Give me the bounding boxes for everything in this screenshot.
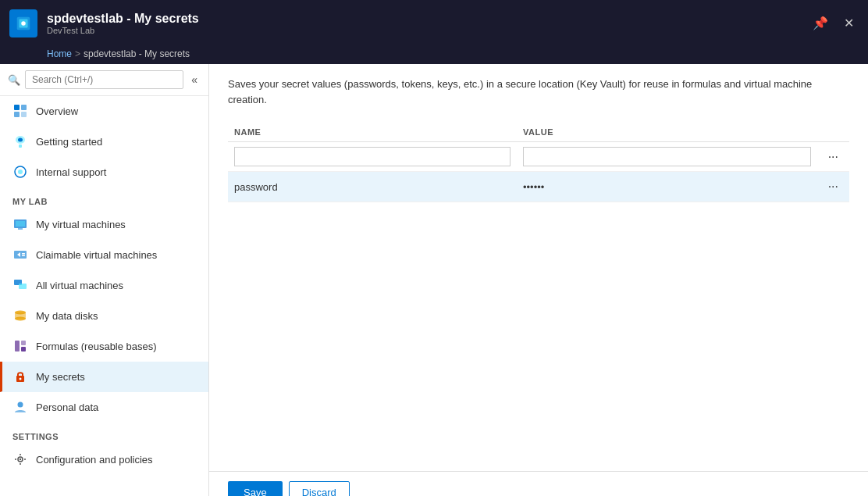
sidebar: 🔍 « Overview <box>0 64 209 496</box>
svg-point-28 <box>18 402 23 408</box>
sidebar-nav: Overview Getting started <box>0 96 208 496</box>
collapse-button[interactable]: « <box>188 72 201 87</box>
app-icon <box>9 9 37 37</box>
new-name-input[interactable] <box>234 147 510 166</box>
config-icon <box>12 451 28 467</box>
sidebar-item-internal-support[interactable]: Internal support <box>0 157 208 187</box>
svg-point-11 <box>18 169 23 174</box>
disk-icon <box>12 308 28 323</box>
new-value-input[interactable] <box>523 147 811 166</box>
main-body: Saves your secret values (passwords, tok… <box>209 64 868 471</box>
sidebar-item-data-disks-label: My data disks <box>36 310 98 322</box>
new-value-cell <box>517 142 817 172</box>
search-icon: 🔍 <box>8 74 20 86</box>
sidebar-item-getting-started[interactable]: Getting started <box>0 127 208 157</box>
secret-row-actions: ··· <box>817 172 849 202</box>
sidebar-item-my-secrets[interactable]: My secrets <box>0 362 208 392</box>
sidebar-item-getting-started-label: Getting started <box>36 136 102 148</box>
sidebar-item-personal-data[interactable]: Personal data <box>0 392 208 423</box>
app-layout: 🔍 « Overview <box>0 64 868 496</box>
svg-rect-13 <box>16 221 25 227</box>
titlebar-text: spdevtestlab - My secrets DevTest Lab <box>47 12 808 35</box>
sidebar-item-personal-data-label: Personal data <box>36 401 98 413</box>
settings-section-label: SETTINGS <box>0 423 208 444</box>
sidebar-item-overview-label: Overview <box>36 105 78 117</box>
secrets-table: NAME VALUE ··· <box>228 123 849 202</box>
svg-rect-3 <box>14 105 20 110</box>
secret-value-cell: •••••• <box>517 172 817 202</box>
pin-button[interactable]: 📌 <box>808 14 833 33</box>
formula-icon <box>12 338 28 354</box>
breadcrumb-home[interactable]: Home <box>47 48 72 59</box>
breadcrumb-separator: > <box>75 48 80 59</box>
sidebar-item-my-vms-label: My virtual machines <box>36 219 126 230</box>
sidebar-item-formulas[interactable]: Formulas (reusable bases) <box>0 331 208 362</box>
close-button[interactable]: ✕ <box>839 14 859 33</box>
svg-point-30 <box>20 459 21 460</box>
svg-point-22 <box>15 317 26 321</box>
sidebar-item-config-policies[interactable]: Configuration and policies <box>0 444 208 475</box>
sidebar-item-all-vms-label: All virtual machines <box>36 280 123 291</box>
discard-button[interactable]: Discard <box>289 481 350 496</box>
col-name-header: NAME <box>228 123 517 142</box>
sidebar-search-area: 🔍 « <box>0 64 208 96</box>
titlebar-title: spdevtestlab - My secrets <box>47 12 808 26</box>
person-icon <box>12 399 28 415</box>
support-icon <box>12 164 28 180</box>
table-row: password •••••• ··· <box>228 172 849 202</box>
main-description: Saves your secret values (passwords, tok… <box>228 77 849 107</box>
titlebar-subtitle: DevTest Lab <box>47 26 808 35</box>
svg-rect-9 <box>19 145 22 148</box>
titlebar-controls: 📌 ✕ <box>808 14 859 33</box>
all-vms-icon <box>12 277 28 293</box>
new-name-cell <box>228 142 517 172</box>
sidebar-item-data-disks[interactable]: My data disks <box>0 301 208 331</box>
sidebar-item-my-vms[interactable]: My virtual machines <box>0 209 208 240</box>
claimable-icon <box>12 247 28 262</box>
svg-rect-6 <box>21 112 27 117</box>
sidebar-item-claimable-vms-label: Claimable virtual machines <box>36 249 157 261</box>
secret-name: password <box>234 181 278 193</box>
sidebar-item-my-secrets-label: My secrets <box>36 371 85 383</box>
breadcrumb-current: spdevtestlab - My secrets <box>84 48 190 59</box>
svg-point-8 <box>18 138 23 142</box>
svg-rect-16 <box>22 253 25 255</box>
svg-rect-23 <box>15 341 20 351</box>
svg-rect-14 <box>18 228 23 230</box>
svg-rect-5 <box>14 112 20 117</box>
new-secret-row: ··· <box>228 142 849 172</box>
sidebar-item-formulas-label: Formulas (reusable bases) <box>36 341 157 352</box>
secret-name-cell: password <box>228 172 517 202</box>
vm-icon <box>12 216 28 232</box>
new-row-actions: ··· <box>817 142 849 172</box>
secret-row-more-button[interactable]: ··· <box>824 178 843 195</box>
getting-started-icon <box>12 134 28 149</box>
sidebar-item-internal-support-label: Internal support <box>36 166 106 178</box>
my-lab-section-label: MY LAB <box>0 187 208 209</box>
sidebar-item-config-policies-label: Configuration and policies <box>36 454 153 466</box>
overview-icon <box>12 103 28 119</box>
sidebar-item-all-vms[interactable]: All virtual machines <box>0 270 208 301</box>
svg-point-2 <box>21 21 26 26</box>
svg-rect-4 <box>21 105 27 110</box>
secret-value: •••••• <box>523 181 544 193</box>
col-actions-header <box>817 123 849 142</box>
secret-icon <box>12 369 28 384</box>
new-row-more-button[interactable]: ··· <box>824 148 843 166</box>
svg-rect-25 <box>21 347 26 351</box>
col-value-header: VALUE <box>517 123 817 142</box>
svg-rect-24 <box>21 341 26 345</box>
svg-rect-19 <box>19 284 27 289</box>
search-input[interactable] <box>25 70 183 89</box>
sidebar-item-claimable-vms[interactable]: Claimable virtual machines <box>0 240 208 270</box>
main-footer: Save Discard <box>209 471 868 496</box>
breadcrumb: Home > spdevtestlab - My secrets <box>0 47 868 64</box>
svg-rect-17 <box>22 255 25 257</box>
main-content: Saves your secret values (passwords, tok… <box>209 64 868 496</box>
sidebar-item-overview[interactable]: Overview <box>0 96 208 127</box>
save-button[interactable]: Save <box>228 481 283 496</box>
titlebar: spdevtestlab - My secrets DevTest Lab 📌 … <box>0 0 868 47</box>
svg-point-27 <box>20 378 22 380</box>
